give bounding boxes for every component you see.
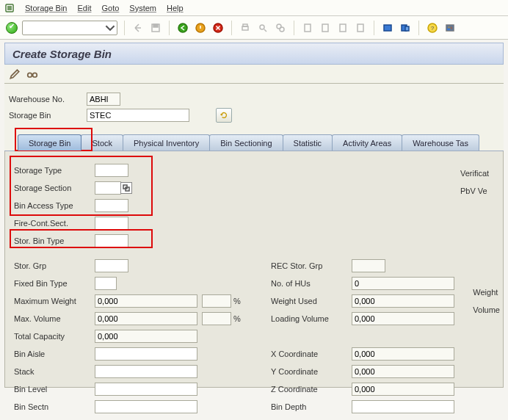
storage-bin-field[interactable] — [87, 109, 189, 122]
bin-aisle-label: Bin Aisle — [14, 350, 95, 358]
no-of-hus-label: No. of HUs — [271, 279, 352, 288]
svg-point-8 — [260, 25, 264, 29]
y-coord-field[interactable] — [352, 365, 454, 378]
back-button[interactable] — [176, 21, 189, 35]
fire-cont-sect-field[interactable] — [95, 217, 128, 230]
stack-field[interactable] — [95, 365, 197, 378]
separator — [231, 21, 232, 35]
tab-stock[interactable]: Stock — [81, 134, 123, 151]
svg-rect-17 — [405, 26, 409, 31]
svg-text:?: ? — [431, 25, 435, 32]
svg-rect-7 — [243, 24, 247, 26]
weight-label: Weight — [473, 283, 500, 301]
help-icon[interactable]: ? — [426, 21, 439, 35]
prev-page-icon[interactable] — [319, 21, 332, 35]
svg-rect-12 — [322, 24, 328, 32]
bin-level-label: Bin Level — [14, 385, 95, 394]
tab-storage-bin[interactable]: Storage Bin — [18, 134, 81, 151]
print-icon[interactable] — [239, 21, 252, 35]
svg-rect-2 — [153, 24, 158, 27]
command-field[interactable] — [22, 21, 117, 35]
app-toolbar: ? — [0, 16, 508, 40]
pencil-icon[interactable] — [9, 68, 21, 80]
refresh-button[interactable] — [216, 108, 232, 123]
stack-label: Stack — [14, 367, 95, 376]
z-coord-field[interactable] — [352, 383, 454, 396]
weight-used-field — [352, 294, 454, 308]
total-capacity-field[interactable] — [95, 330, 197, 343]
menu-goto[interactable]: Goto — [101, 4, 119, 12]
tab-warehouse-tasks[interactable]: Warehouse Tas — [402, 134, 479, 151]
menu-system[interactable]: System — [129, 4, 156, 12]
stor-bin-type-field[interactable] — [95, 234, 128, 247]
menu-toggle-icon[interactable] — [4, 3, 15, 13]
separator — [169, 21, 170, 35]
svg-point-10 — [280, 27, 284, 32]
max-weight-unit[interactable] — [202, 294, 231, 308]
storage-section-f4-icon[interactable] — [120, 182, 132, 194]
fixed-bin-type-field[interactable] — [95, 277, 117, 290]
rec-stor-grp-field — [352, 259, 385, 272]
rec-stor-grp-label: REC Stor. Grp — [271, 261, 352, 270]
local-layout-icon[interactable] — [443, 21, 457, 35]
save-icon[interactable] — [149, 21, 162, 35]
bin-sectn-label: Bin Sectn — [14, 402, 95, 411]
bin-sectn-field[interactable] — [95, 400, 197, 413]
x-coord-field[interactable] — [352, 347, 454, 361]
glasses-icon[interactable] — [26, 68, 38, 80]
new-session-icon[interactable] — [381, 21, 394, 35]
fixed-bin-type-label: Fixed Bin Type — [14, 279, 95, 288]
weight-used-label: Weight Used — [271, 297, 352, 305]
header-fields: Warehouse No. Storage Bin — [4, 84, 504, 132]
stor-grp-label: Stor. Grp — [14, 261, 95, 270]
menu-bar: Storage Bin Edit Goto System Help — [0, 0, 508, 16]
cancel-button[interactable] — [211, 21, 225, 35]
percent-icon: % — [233, 314, 242, 323]
svg-rect-13 — [340, 24, 346, 32]
back-icon[interactable] — [131, 21, 145, 35]
find-next-icon[interactable] — [274, 21, 287, 35]
bin-level-field[interactable] — [95, 383, 197, 396]
warehouse-no-field[interactable] — [87, 93, 120, 106]
first-page-icon[interactable] — [301, 21, 314, 35]
stor-grp-field[interactable] — [95, 259, 128, 272]
max-volume-field[interactable] — [95, 312, 197, 325]
menu-help[interactable]: Help — [167, 4, 184, 12]
next-page-icon[interactable] — [336, 21, 349, 35]
storage-section-label: Storage Section — [14, 184, 95, 192]
tab-body: Verificat PbV Ve Storage Type Storage Se… — [4, 151, 504, 388]
loading-volume-label: Loading Volume — [271, 314, 352, 323]
total-capacity-label: Total Capacity — [14, 332, 95, 341]
chevron-down-icon[interactable] — [105, 23, 115, 33]
tab-statistic[interactable]: Statistic — [283, 134, 333, 151]
menu-storage-bin[interactable]: Storage Bin — [25, 4, 67, 12]
x-coord-label: X Coordinate — [271, 350, 352, 358]
bin-aisle-field[interactable] — [95, 347, 197, 361]
last-page-icon[interactable] — [354, 21, 367, 35]
warehouse-no-label: Warehouse No. — [9, 95, 82, 104]
percent-icon: % — [233, 297, 242, 305]
max-volume-label: Max. Volume — [14, 314, 95, 323]
tab-bin-sectioning[interactable]: Bin Sectioning — [209, 134, 283, 151]
storage-section-field[interactable] — [95, 181, 121, 195]
loading-volume-field — [352, 312, 454, 325]
bin-depth-field[interactable] — [352, 400, 454, 413]
tab-activity-areas[interactable]: Activity Areas — [332, 134, 402, 151]
page-title: Create Storage Bin — [12, 48, 112, 60]
max-volume-unit[interactable] — [202, 312, 231, 325]
find-icon[interactable] — [256, 21, 269, 35]
far-right-weight-volume: Weight Volume — [473, 283, 500, 319]
bin-access-type-label: Bin Access Type — [14, 201, 95, 210]
generate-shortcut-icon[interactable] — [399, 21, 412, 35]
tab-physical-inventory[interactable]: Physical Inventory — [123, 134, 210, 151]
max-weight-field[interactable] — [95, 294, 197, 308]
storage-type-field[interactable] — [95, 164, 128, 177]
stor-bin-type-label: Stor. Bin Type — [14, 236, 95, 245]
z-coord-label: Z Coordinate — [271, 385, 352, 394]
bin-access-type-field[interactable] — [95, 199, 128, 212]
storage-bin-label: Storage Bin — [9, 111, 82, 120]
menu-edit[interactable]: Edit — [77, 4, 91, 12]
title-card: Create Storage Bin — [4, 43, 504, 65]
exit-button[interactable] — [194, 21, 207, 35]
enter-button[interactable] — [6, 22, 18, 34]
